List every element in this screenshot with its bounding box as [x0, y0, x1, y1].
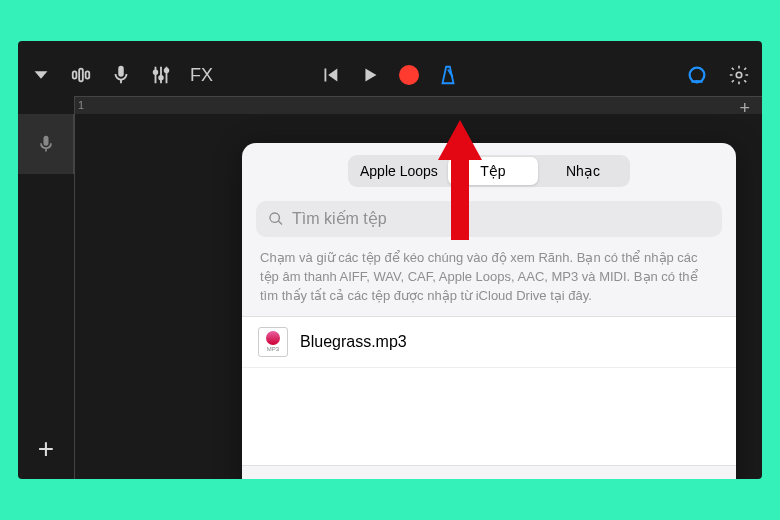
metronome-icon[interactable] — [437, 64, 459, 86]
microphone-icon — [36, 132, 56, 156]
folder-icon — [258, 479, 280, 480]
loop-browser-icon[interactable] — [686, 64, 708, 86]
tab-files[interactable]: Tệp — [448, 157, 538, 185]
fx-button[interactable]: FX — [190, 65, 213, 86]
track-divider — [74, 96, 75, 479]
svg-point-4 — [154, 70, 158, 74]
svg-rect-0 — [73, 71, 77, 78]
file-name-label: Bluegrass.mp3 — [300, 333, 407, 351]
record-button[interactable] — [399, 65, 419, 85]
tracks-icon[interactable] — [70, 64, 92, 86]
tab-apple-loops[interactable]: Apple Loops — [350, 157, 448, 185]
file-thumbnail-icon: MP3 — [258, 327, 288, 357]
tab-music[interactable]: Nhạc — [538, 157, 628, 185]
app-window: FX 1 + + Apple Loops — [18, 41, 762, 479]
svg-point-6 — [159, 76, 163, 80]
file-list: MP3 Bluegrass.mp3 — [242, 316, 736, 465]
search-field[interactable] — [256, 201, 722, 237]
chevron-down-icon[interactable] — [30, 64, 52, 86]
browse-files-button[interactable]: Duyệt các mục từ ứng dụng Tệp — [242, 465, 736, 479]
svg-point-11 — [736, 72, 742, 78]
segmented-control: Apple Loops Tệp Nhạc — [348, 155, 630, 187]
svg-point-8 — [165, 69, 169, 73]
add-section-button[interactable]: + — [739, 98, 750, 119]
search-input[interactable] — [292, 210, 710, 228]
files-popover: Apple Loops Tệp Nhạc Chạm và giữ các tệp… — [242, 143, 736, 479]
svg-rect-2 — [86, 71, 90, 78]
play-icon[interactable] — [359, 64, 381, 86]
timeline-ruler[interactable]: 1 — [74, 96, 762, 114]
rewind-icon[interactable] — [319, 64, 341, 86]
file-row[interactable]: MP3 Bluegrass.mp3 — [242, 317, 736, 368]
toolbar-right-group — [686, 64, 750, 86]
svg-rect-1 — [79, 69, 83, 82]
microphone-icon[interactable] — [110, 64, 132, 86]
search-icon — [268, 211, 284, 227]
browse-files-label: Duyệt các mục từ ứng dụng Tệp — [292, 478, 525, 479]
top-toolbar: FX — [18, 54, 762, 96]
gear-icon[interactable] — [728, 64, 750, 86]
ruler-marker: 1 — [78, 99, 84, 111]
track-header[interactable] — [18, 114, 74, 174]
add-track-button[interactable]: + — [28, 431, 64, 467]
hint-text: Chạm và giữ các tệp để kéo chúng vào độ … — [242, 245, 736, 316]
mixer-icon[interactable] — [150, 64, 172, 86]
